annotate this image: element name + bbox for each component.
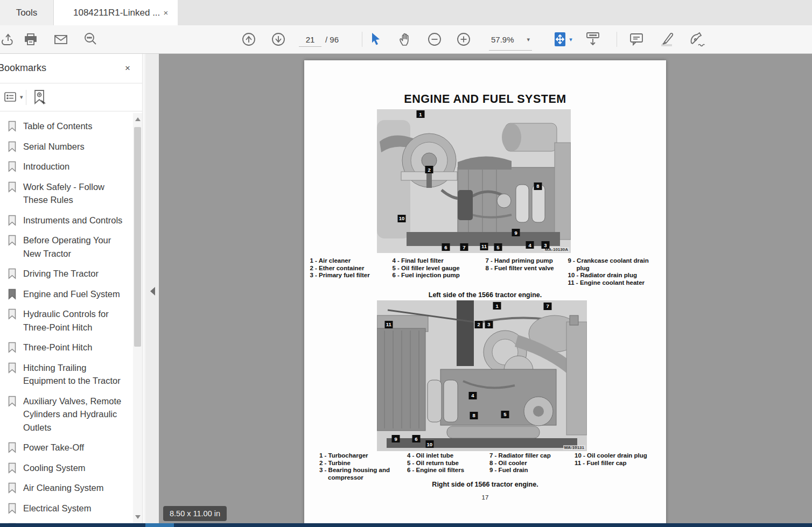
bookmark-icon (8, 462, 17, 474)
fit-page-button[interactable]: ▾ (550, 25, 575, 53)
callout-tag: 5 (494, 243, 502, 251)
callout-tag: 8 (534, 182, 542, 190)
highlight-button[interactable] (657, 25, 676, 53)
tab-document[interactable]: 1084211R1-Linked ... × (54, 0, 178, 25)
legend-item: 4 - Oil inlet tube (407, 452, 482, 460)
bookmarks-options-button[interactable]: ▾ (3, 90, 23, 104)
bookmark-item[interactable]: Driving The Tractor (6, 267, 134, 280)
panel-collapse-strip[interactable] (143, 54, 159, 523)
page-number-printed: 17 (304, 494, 666, 501)
bookmark-item[interactable]: Three-Point Hitch (6, 341, 134, 354)
page-down-icon (271, 32, 286, 47)
bookmark-item[interactable]: Power Take-Off (6, 441, 134, 454)
fit-page-icon (553, 31, 567, 47)
figure1-legend: 1 - Air cleaner2 - Ether container3 - Pr… (304, 257, 666, 286)
scrollbar-up-icon[interactable] (135, 117, 141, 121)
hand-icon (398, 32, 413, 47)
bookmark-item[interactable]: Table of Contents (6, 120, 134, 133)
bookmark-item-label: Hitching Trailing Equipment to the Tract… (23, 361, 125, 388)
figure-right-side-engine: MA-10131 1711234859610 (377, 300, 587, 451)
bookmarks-scrollbar[interactable] (133, 113, 142, 523)
legend-item: 9 - Crankcase coolant drain plug (568, 257, 661, 272)
select-cursor-icon (370, 32, 382, 46)
bookmark-item[interactable]: Engine and Fuel System (6, 287, 134, 301)
bookmark-item[interactable]: Serial Numbers (6, 140, 134, 153)
zoom-out-button[interactable] (426, 25, 443, 53)
bookmark-icon (8, 362, 17, 374)
bookmark-item[interactable]: Auxiliary Valves, Remote Cylinders and H… (6, 395, 134, 434)
zoom-level-dropdown[interactable]: 57.9% ▾ (489, 29, 532, 51)
legend-item: 5 - Oil return tube (407, 460, 482, 467)
tab-close-icon[interactable]: × (160, 7, 171, 18)
callout-tag: 6 (412, 435, 420, 442)
legend-item: 2 - Turbine (319, 460, 400, 467)
scrollbar-down-icon[interactable] (135, 515, 141, 519)
legend-column: 4 - Final fuel filter5 - Oil filler leve… (393, 257, 479, 286)
zoom-in-icon (456, 32, 471, 47)
select-tool-button[interactable] (368, 25, 383, 53)
callout-tag: 4 (468, 392, 477, 399)
legend-item: 11 - Engine coolant heater (568, 279, 661, 287)
taskbar-highlight (145, 523, 174, 527)
bookmark-item[interactable]: Electrical System (6, 502, 134, 515)
print-icon (24, 32, 38, 46)
sign-button[interactable] (687, 25, 707, 53)
bookmark-icon (8, 503, 17, 514)
bookmark-item-label: Driving The Tractor (23, 267, 125, 280)
scroll-mode-icon (584, 31, 601, 47)
bookmark-item[interactable]: Hydraulic Controls for Three-Point Hitch (6, 307, 134, 334)
document-pane[interactable]: ENGINE AND FUEL SYSTEM (159, 54, 812, 523)
page-size-tooltip: 8.50 x 11.00 in (163, 506, 227, 521)
scroll-mode-button[interactable] (583, 25, 603, 53)
bookmark-item[interactable]: Cooling System (6, 461, 134, 475)
zoom-caret-icon: ▾ (527, 36, 530, 43)
email-button[interactable] (53, 25, 69, 53)
figure2-legend: 1 - Turbocharger2 - Turbine3 - Bearing h… (304, 452, 666, 481)
next-page-button[interactable] (270, 25, 286, 53)
scrollbar-thumb[interactable] (134, 127, 141, 347)
bookmark-icon (8, 308, 17, 320)
bookmark-item[interactable]: Hitching Trailing Equipment to the Tract… (6, 361, 134, 388)
expand-current-bookmark-button[interactable] (31, 89, 47, 108)
bookmark-icon (8, 181, 17, 193)
bookmark-icon (8, 289, 17, 300)
bookmark-icon (8, 235, 17, 246)
print-button[interactable] (23, 25, 39, 53)
search-button[interactable] (82, 25, 99, 53)
bookmark-icon (8, 442, 17, 453)
bookmark-list: Table of ContentsSerial NumbersIntroduct… (0, 113, 134, 523)
callout-tag: 11 (384, 321, 393, 328)
tab-tools-label: Tools (16, 8, 38, 18)
bookmark-item[interactable]: Air Cleaning System (6, 481, 134, 495)
bookmark-item[interactable]: Instruments and Controls (6, 214, 134, 227)
previous-page-button[interactable] (241, 25, 257, 53)
tab-tools[interactable]: Tools (0, 0, 54, 25)
collapse-panel-icon[interactable] (150, 287, 155, 296)
legend-item: 11 - Fuel filler cap (575, 460, 651, 467)
email-icon (53, 32, 68, 46)
callout-tag: 5 (501, 411, 509, 418)
legend-item: 5 - Oil filler level gauge (393, 265, 479, 272)
bookmark-item[interactable]: Before Operating Your New Tractor (6, 234, 134, 260)
bookmark-item-label: Table of Contents (23, 120, 125, 133)
bookmark-item-label: Engine and Fuel System (23, 287, 125, 301)
bookmark-item[interactable]: Introduction (6, 160, 134, 173)
bookmark-icon (8, 141, 17, 152)
callout-tag: 3 (541, 241, 549, 249)
bookmarks-panel: Bookmarks × ▾ Table of ContentsSerial Nu… (0, 54, 143, 523)
legend-column: 1 - Air cleaner2 - Ether container3 - Pr… (310, 257, 386, 286)
page-number-input[interactable] (299, 33, 321, 47)
bookmark-item[interactable]: Work Safely - Follow These Rules (6, 180, 134, 207)
search-icon (83, 32, 98, 47)
callout-tag: 3 (485, 321, 493, 328)
figure2-watermark: MA-10131 (563, 445, 585, 450)
comment-button[interactable] (627, 25, 646, 53)
share-button[interactable] (0, 25, 16, 53)
bookmarks-close-icon[interactable]: × (122, 62, 134, 74)
hand-tool-button[interactable] (397, 25, 414, 53)
legend-item: 3 - Bearing housing and compressor (319, 467, 400, 481)
zoom-in-button[interactable] (456, 25, 472, 53)
legend-column: 4 - Oil inlet tube5 - Oil return tube6 -… (407, 452, 482, 481)
legend-item: 7 - Hand priming pump (486, 257, 561, 265)
bookmark-item-label: Introduction (23, 160, 125, 173)
